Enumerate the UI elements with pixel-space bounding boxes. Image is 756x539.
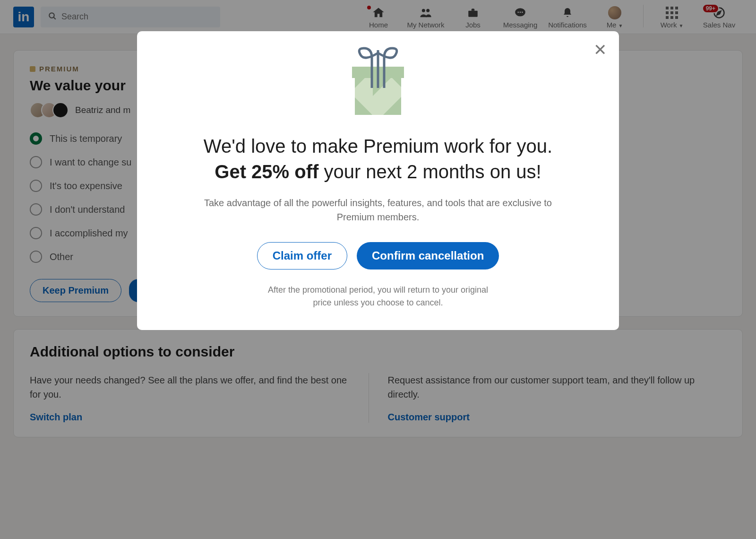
modal-heading-bold: Get 25% off <box>215 161 318 182</box>
modal-heading: We'd love to make Premium work for you. … <box>189 133 567 184</box>
modal-heading-pre: We'd love to make Premium work for you. <box>204 136 552 156</box>
close-button[interactable]: ✕ <box>593 42 607 58</box>
claim-offer-button[interactable]: Claim offer <box>257 242 347 270</box>
modal-buttons: Claim offer Confirm cancellation <box>165 242 591 270</box>
modal-footnote: After the promotional period, you will r… <box>265 284 491 309</box>
gift-icon <box>338 41 418 121</box>
modal-subtext: Take advantage of all the powerful insig… <box>189 196 567 224</box>
modal-overlay: ✕ We'd love to make Premium work for you… <box>0 0 756 539</box>
confirm-cancellation-button[interactable]: Confirm cancellation <box>357 242 499 270</box>
modal-heading-post: your next 2 months on us! <box>318 161 541 182</box>
close-icon: ✕ <box>593 41 607 59</box>
offer-modal: ✕ We'd love to make Premium work for you… <box>137 31 619 330</box>
